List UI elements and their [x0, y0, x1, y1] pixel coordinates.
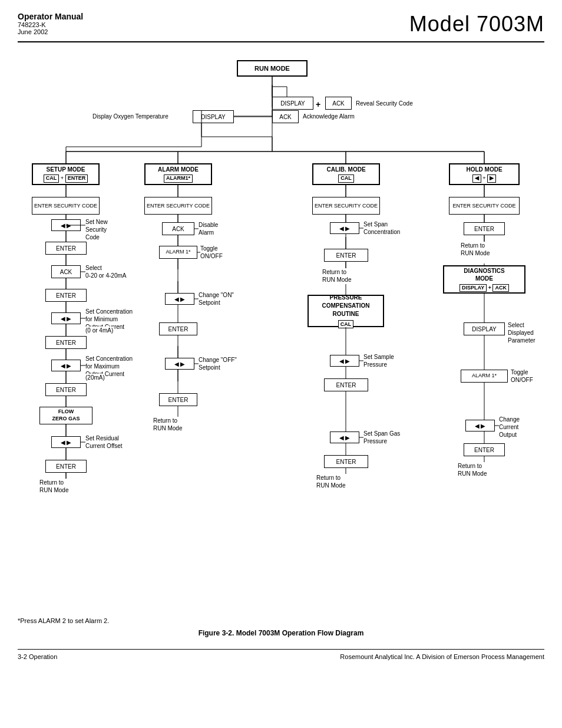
alarm1-box: ALARM 1*	[159, 246, 197, 259]
select-displayed-label: Select Displayed Parameter	[508, 321, 543, 344]
enter-setup1: ENTER	[45, 242, 87, 255]
select-label: Select 0-20 or 4-20mA	[85, 264, 126, 279]
enter-setup4: ENTER	[45, 383, 87, 396]
date: June 2002	[18, 28, 83, 35]
ack-box-top: ACK	[325, 97, 352, 110]
enter-calib1: ENTER	[324, 249, 368, 262]
enter-setup2: ENTER	[45, 289, 87, 302]
figure-caption: Figure 3-2. Model 7003M Operation Flow D…	[18, 629, 544, 637]
enter-sec-calib: ENTER SECURITY CODE	[312, 197, 380, 215]
display-diag-box: DISPLAY	[464, 322, 505, 335]
alarm-mode-box: ALARM MODE ALARM1*	[144, 163, 212, 185]
up-down-alarm2-box: ◀ ▶	[165, 358, 194, 370]
up-down-diag-box: ◀ ▶	[465, 420, 495, 431]
return-calib-label: Return to RUN Mode	[322, 268, 351, 284]
hold-mode-box: HOLD MODE ◀ + ▶	[449, 163, 520, 185]
change-off-setpoint-label: Change "OFF" Setpoint	[199, 356, 237, 371]
ack-alarm-label: Acknowledge Alarm	[303, 113, 355, 120]
set-new-security-label: Set New Security Code	[85, 218, 108, 241]
return-diag-label: Return to RUN Mode	[458, 462, 487, 477]
header-right: Model 7003M	[409, 12, 544, 37]
calib-mode-box: CALIB. MODE CAL	[312, 163, 380, 185]
up-down-4-box: ◀ ▶	[51, 436, 81, 448]
enter-alarm2: ENTER	[159, 393, 197, 406]
enter-hold: ENTER	[464, 222, 505, 235]
toggle-on-off-alarm-label: Toggle ON/OFF	[200, 245, 223, 260]
change-current-label: Change Current Output	[499, 416, 520, 439]
enter-alarm1: ENTER	[159, 322, 197, 335]
ack-setup-box: ACK	[51, 265, 81, 278]
setup-mode-box: SETUP MODE CAL + ENTER	[32, 163, 100, 185]
zero-label: (0 or 4mA)	[85, 327, 113, 334]
up-down-3-box: ◀ ▶	[51, 360, 81, 371]
return-calib2-label: Return to RUN Mode	[316, 474, 345, 489]
page-header: Operator Manual 748223-K June 2002 Model…	[18, 12, 544, 42]
set-span-gas-label: Set Span Gas Pressure	[363, 430, 400, 445]
max-label: (20mA)	[85, 374, 105, 381]
enter-sec-hold: ENTER SECURITY CODE	[449, 197, 520, 215]
display-box-top: DISPLAY	[272, 97, 313, 110]
page-footer: 3-2 Operation Rosemount Analytical Inc. …	[18, 649, 544, 660]
return-setup-label: Return to RUN Mode	[39, 479, 68, 494]
up-down-calib1-box: ◀ ▶	[330, 222, 359, 234]
display-oxy-label: Display Oxygen Temperature	[92, 113, 168, 120]
disable-alarm-label: Disable Alarm	[199, 221, 218, 236]
enter-sec-alarm: ENTER SECURITY CODE	[144, 197, 212, 215]
part-number: 748223-K	[18, 21, 83, 28]
ack-oxy-box: ACK	[272, 110, 299, 123]
display-oxy-box: DISPLAY	[193, 110, 234, 123]
enter-calib2: ENTER	[324, 378, 368, 391]
alarm1-diag-box: ALARM 1*	[461, 370, 508, 383]
up-down-calib2-box: ◀ ▶	[330, 355, 359, 367]
enter-diag: ENTER	[464, 443, 505, 456]
enter-setup3: ENTER	[45, 336, 87, 349]
set-sample-pressure-label: Set Sample Pressure	[363, 353, 394, 368]
diagnostics-mode-box: DIAGNOSTICS MODE DISPLAY + ACK	[443, 265, 525, 294]
manual-title: Operator Manual	[18, 12, 83, 21]
up-down-calib3-box: ◀ ▶	[330, 431, 359, 443]
plus-sign-top: +	[316, 100, 320, 109]
return-alarm-label: Return to RUN Mode	[153, 417, 182, 432]
page: Operator Manual 748223-K June 2002 Model…	[0, 0, 562, 728]
header-left: Operator Manual 748223-K June 2002	[18, 12, 83, 35]
up-down-2-box: ◀ ▶	[51, 312, 81, 324]
flow-zero-box: FLOW ZERO GAS	[39, 407, 92, 424]
toggle-diag-label: Toggle ON/OFF	[511, 368, 533, 384]
return-hold-mode-label: Return to RUN Mode	[461, 242, 490, 257]
reveal-security-label: Reveal Security Code	[356, 100, 413, 107]
up-down-1-box: ◀ ▶	[51, 219, 81, 231]
footer-left: 3-2 Operation	[18, 653, 57, 660]
change-on-setpoint-label: Change "ON" Setpoint	[199, 291, 234, 307]
enter-setup5: ENTER	[45, 460, 87, 473]
set-residual-label: Set Residual Current Offset	[85, 434, 123, 450]
enter-calib3: ENTER	[324, 455, 368, 468]
run-mode-box: RUN MODE	[237, 60, 308, 77]
footer-right: Rosemount Analytical Inc. A Division of …	[340, 653, 544, 660]
up-down-alarm-box: ◀ ▶	[165, 293, 194, 305]
set-span-conc-label: Set Span Concentration	[363, 220, 400, 236]
footnote: *Press ALARM 2 to set Alarm 2.	[18, 617, 544, 624]
ack-alarm-box: ACK	[162, 222, 194, 235]
flow-diagram: RUN MODE DISPLAY + ACK Reveal Security C…	[19, 54, 543, 608]
pressure-comp-box: PRESSURE COMPENSATION ROUTINE CAL	[308, 295, 384, 327]
enter-sec-setup: ENTER SECURITY CODE	[32, 197, 100, 215]
model-title: Model 7003M	[409, 12, 544, 37]
